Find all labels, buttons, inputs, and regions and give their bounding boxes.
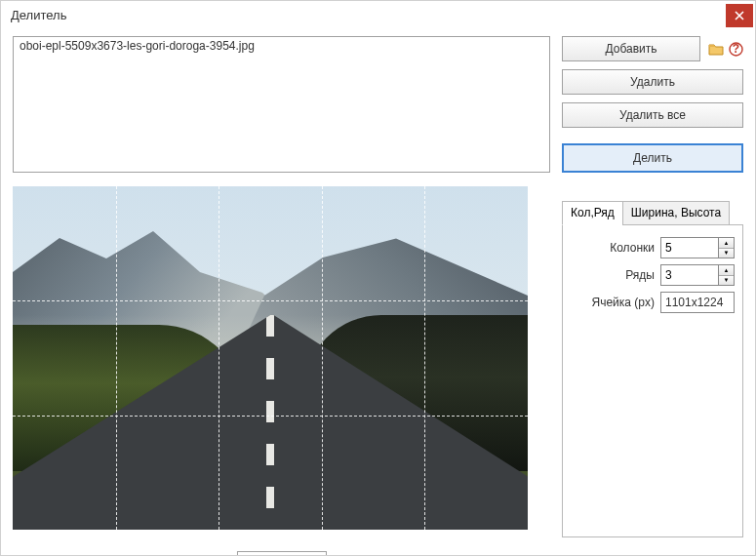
titlebar: Делитель — [1, 1, 755, 28]
rows-input[interactable] — [660, 264, 719, 286]
spinner-up[interactable]: ▲ — [719, 238, 734, 249]
tab-panel: Колонки ▲▼ Ряды ▲▼ Ячейка (px) 1101x1224 — [562, 225, 743, 537]
tab-col-row[interactable]: Кол,Ряд — [562, 201, 623, 225]
svg-text:?: ? — [732, 42, 738, 56]
columns-label: Колонки — [571, 241, 655, 255]
image-dimensions: 5509 x 3673 — [236, 551, 326, 556]
cell-label: Ячейка (px) — [571, 296, 655, 309]
window-title: Делитель — [11, 8, 726, 22]
columns-spinner[interactable]: ▲▼ — [660, 237, 735, 258]
preview-image — [13, 186, 528, 530]
rows-label: Ряды — [571, 268, 655, 282]
rows-spinner[interactable]: ▲▼ — [660, 264, 735, 286]
close-icon — [735, 11, 744, 20]
spinner-down[interactable]: ▼ — [719, 249, 734, 258]
add-button[interactable]: Добавить — [562, 36, 700, 61]
image-preview — [13, 186, 528, 530]
spinner-down[interactable]: ▼ — [719, 276, 734, 286]
close-button[interactable] — [726, 4, 753, 27]
help-icon[interactable]: ? — [728, 41, 743, 57]
columns-input[interactable] — [660, 237, 719, 258]
folder-icon[interactable] — [708, 41, 724, 57]
spinner-up[interactable]: ▲ — [719, 265, 734, 276]
cell-size-display: 1101x1224 — [660, 292, 735, 313]
split-button[interactable]: Делить — [562, 143, 743, 173]
list-item[interactable]: oboi-epl-5509x3673-les-gori-doroga-3954.… — [20, 39, 543, 53]
remove-all-button[interactable]: Удалить все — [562, 102, 743, 128]
tab-width-height[interactable]: Ширина, Высота — [622, 201, 730, 225]
tabs: Кол,Ряд Ширина, Высота — [562, 200, 743, 225]
remove-button[interactable]: Удалить — [562, 69, 743, 95]
file-list[interactable]: oboi-epl-5509x3673-les-gori-doroga-3954.… — [13, 36, 550, 173]
